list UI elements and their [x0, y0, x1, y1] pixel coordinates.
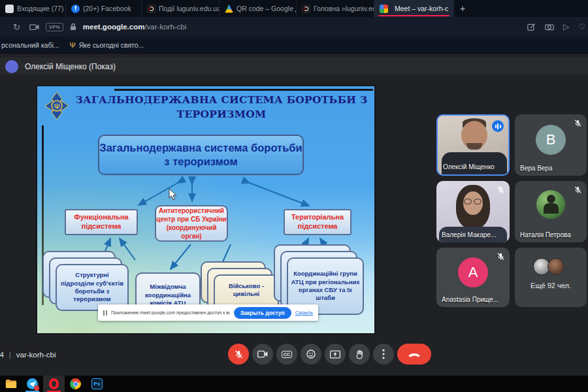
meeting-code: var-korh-cbi [16, 351, 56, 359]
end-call-button[interactable] [397, 344, 431, 365]
sbu-emblem-icon: Ψ [44, 91, 70, 123]
participant-tile-oleksii[interactable]: Олексій Міщенко [436, 114, 510, 176]
mic-toggle-button[interactable] [228, 344, 249, 365]
captions-button[interactable]: CC [276, 344, 297, 365]
mic-off-icon [574, 186, 582, 194]
mic-off-icon [574, 119, 582, 127]
lock-icon [70, 23, 76, 31]
reactions-button[interactable] [301, 344, 321, 365]
compose-icon[interactable] [527, 23, 536, 31]
meeting-info: 44 | var-korh-cbi [0, 351, 56, 359]
avatar-initial: B [536, 125, 566, 155]
meet-icon [380, 5, 388, 13]
tab-mail[interactable]: Входящие (77) - Inu.press [0, 0, 66, 17]
participant-name: Валерія Макаре... [442, 231, 496, 238]
avatar-photo [547, 258, 564, 275]
person-beard [466, 143, 482, 150]
trident-icon: Ψ [70, 41, 76, 49]
camera-icon [257, 350, 268, 358]
tab-meet-active[interactable]: Meet – var-korh-c [374, 0, 454, 17]
bookmark-svyato[interactable]: Яке сьогодні свято... [79, 41, 144, 49]
tab-label: QR code – Google Диск [237, 5, 297, 12]
more-options-button[interactable] [373, 344, 394, 365]
participant-name: Anastasia Прище... [442, 296, 498, 303]
address-bar: ↻ VPN meet.google.com/var-korh-cbi ▷ ♡ [0, 17, 588, 37]
slide-box-atc: Антитерористичний центр при СБ України (… [155, 205, 228, 242]
tab-label: Головна »luguniv.edu.ua [314, 5, 374, 12]
emoji-icon [306, 349, 316, 359]
present-button[interactable] [325, 344, 346, 365]
mic-off-icon [497, 252, 505, 261]
speaking-indicator-icon [492, 120, 504, 132]
avatar-initial: A [458, 257, 488, 287]
presenter-avatar [5, 60, 18, 73]
reload-icon[interactable]: ↻ [13, 22, 20, 32]
tab-label: Події luguniv.edu.ua [159, 5, 220, 12]
active-tab-indicator [378, 15, 449, 17]
raise-hand-button[interactable] [349, 344, 370, 365]
stop-sharing-button[interactable]: Закрыть доступ [234, 307, 291, 319]
taskbar-opera-icon[interactable] [43, 376, 65, 392]
shared-screen-slide: Ψ ЗАГАЛЬНОДЕРЖАВНА СИСТЕМА БОРОТЬБИ З ТЕ… [36, 85, 376, 335]
end-call-icon [408, 351, 421, 357]
meet-main-area: Олексій Міщенко (Показ) Ψ ЗАГАЛЬНОДЕРЖАВ… [0, 54, 588, 376]
site-favicon [302, 5, 310, 13]
tab-drive[interactable]: QR code – Google Диск [220, 0, 297, 17]
ps-icon: Ps [91, 378, 103, 389]
bookmarks-bar: рсональний кабі... Ψ Яке сьогодні свято.… [0, 37, 588, 54]
screen-share-notice: Приложению meet.google.com предоставлен … [98, 304, 318, 321]
taskbar: Ps ^ [0, 376, 588, 392]
hide-notice-link[interactable]: Скрыть [295, 310, 313, 316]
snapshot-icon[interactable] [545, 23, 554, 31]
taskbar-telegram-icon[interactable] [22, 376, 43, 392]
participant-tile-anastasia[interactable]: A Anastasia Прище... [436, 248, 510, 307]
cc-icon: CC [282, 351, 292, 358]
taskbar-chrome-icon[interactable] [65, 376, 86, 392]
mic-off-icon [234, 350, 244, 359]
glasses-icon [474, 199, 482, 204]
taskbar-explorer-icon[interactable] [0, 376, 22, 392]
avatar-photo [536, 190, 565, 219]
participant-name: Наталія Петрова [520, 231, 571, 238]
tab-label: Meet – var-korh-c [395, 5, 448, 12]
vpn-badge[interactable]: VPN [46, 23, 63, 31]
presenter-name: Олексій Міщенко (Показ) [25, 62, 116, 71]
facebook-icon: f [71, 5, 80, 13]
present-screen-icon [330, 350, 340, 359]
tab-label: Входящие (77) - Inu.press [17, 5, 66, 12]
participant-tile-valeriia[interactable]: Валерія Макаре... [436, 181, 510, 242]
slide-title: ЗАГАЛЬНОДЕРЖАВНА СИСТЕМА БОРОТЬБИ З ТЕРО… [71, 93, 372, 122]
tab-holovna[interactable]: Головна »luguniv.edu.ua [297, 0, 374, 17]
camera-permission-icon[interactable] [29, 24, 39, 31]
bookmark-heart-icon[interactable]: ♡ [578, 22, 585, 31]
participant-tile-nataliia[interactable]: Наталія Петрова [515, 181, 587, 242]
bookmark-cabinet[interactable]: рсональний кабі... [1, 41, 59, 49]
more-vertical-icon [382, 349, 385, 359]
presenter-banner: Олексій Міщенко (Показ) [0, 57, 588, 75]
tab-label: (20+) Facebook [83, 5, 131, 12]
glasses-icon [464, 199, 472, 204]
participants-overflow-tile[interactable]: Ещё 92 чел. [515, 248, 587, 307]
camera-toggle-button[interactable] [252, 344, 273, 365]
clock-text: 44 [0, 351, 4, 359]
taskbar-photoshop-icon[interactable]: Ps [86, 376, 108, 392]
participant-name: Олексій Міщенко [443, 163, 495, 171]
overflow-count: Ещё 92 чел. [515, 282, 587, 289]
tab-facebook[interactable]: f (20+) Facebook [66, 0, 142, 17]
participant-tile-vera[interactable]: B Вера Вера [515, 114, 587, 176]
pause-icon[interactable] [103, 310, 107, 316]
send-to-device-icon[interactable]: ▷ [563, 22, 569, 31]
mouse-cursor [169, 188, 177, 201]
new-tab-button[interactable]: + [454, 0, 471, 17]
mail-favicon [5, 5, 14, 13]
participant-name: Вера Вера [520, 165, 553, 172]
slide-box-functional: Функціональна підсистема [65, 209, 138, 235]
svg-text:Ψ: Ψ [54, 103, 60, 111]
tab-podii[interactable]: Події luguniv.edu.ua [142, 0, 220, 17]
slide-box-territorial: Територіальна підсистема [284, 209, 351, 235]
slide-root-box: Загальнодержавна система боротьби з теро… [98, 135, 304, 175]
notice-text: Приложению meet.google.com предоставлен … [111, 310, 230, 315]
browser-tab-bar: Входящие (77) - Inu.press f (20+) Facebo… [0, 0, 588, 17]
hand-icon [355, 350, 364, 359]
url-text[interactable]: meet.google.com/var-korh-cbi [83, 23, 186, 31]
